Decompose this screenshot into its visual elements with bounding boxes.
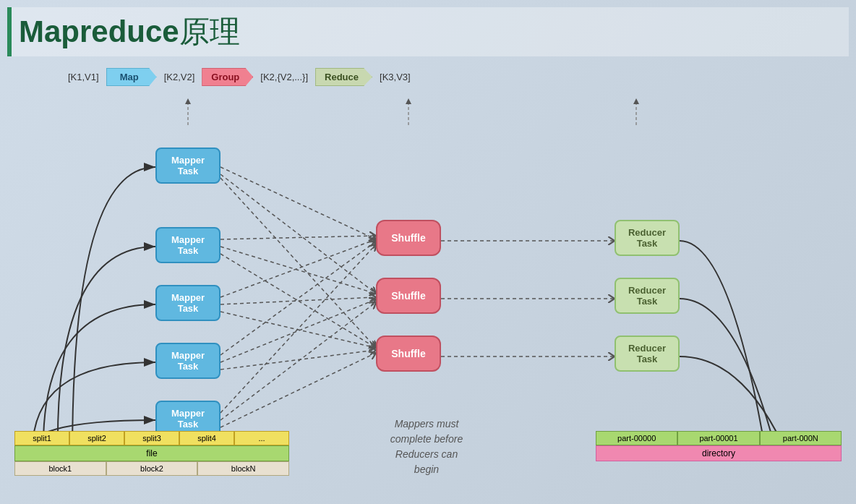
label-k1v1: [K1,V1] bbox=[68, 72, 99, 82]
mapper-task-2: MapperTask bbox=[155, 227, 221, 263]
shuffle3-label: Shuffle bbox=[391, 348, 425, 359]
block2: block2 bbox=[106, 461, 198, 476]
reduce-arrow-up bbox=[633, 98, 639, 104]
m1-s2 bbox=[221, 174, 376, 294]
m4-s2 bbox=[221, 299, 376, 362]
m2-s3 bbox=[221, 254, 376, 348]
reducer-task-1: ReducerTask bbox=[615, 220, 680, 256]
group-arrow-up bbox=[406, 98, 411, 104]
mapper3-label: MapperTask bbox=[171, 292, 205, 314]
m4-s3 bbox=[221, 350, 376, 370]
mapper5-label: MapperTask bbox=[171, 408, 205, 430]
blocks-row: block1 block2 blockN bbox=[14, 461, 289, 476]
spacer bbox=[289, 431, 596, 476]
m5-s2 bbox=[221, 302, 376, 420]
reducer1-label: ReducerTask bbox=[628, 227, 666, 249]
reducer1-to-dir bbox=[680, 241, 766, 456]
split3: split3 bbox=[124, 431, 179, 445]
m1-s1 bbox=[221, 167, 376, 239]
m3-s1 bbox=[221, 239, 376, 297]
shuffle-1: Shuffle bbox=[376, 220, 441, 256]
label-k3v3: [K3,V3] bbox=[380, 72, 411, 82]
m5-s3 bbox=[221, 353, 376, 427]
bottom-section: split1 split2 split3 split4 ... file blo… bbox=[14, 431, 842, 476]
reduce-arrow: Reduce bbox=[315, 68, 372, 86]
part-000n: part-000N bbox=[760, 431, 842, 445]
page-title: Mapreduce原理 bbox=[7, 7, 849, 56]
m3-s3 bbox=[221, 312, 376, 348]
title-chinese: 原理 bbox=[179, 14, 240, 48]
parts-row: part-00000 part-00001 part-000N bbox=[596, 431, 842, 445]
m2-s1 bbox=[221, 236, 376, 239]
mapper1-label: MapperTask bbox=[171, 155, 205, 176]
reducer-task-2: ReducerTask bbox=[615, 278, 680, 314]
part-00000: part-00000 bbox=[596, 431, 677, 445]
split-to-mapper2 bbox=[58, 247, 155, 456]
file-label-row: file bbox=[14, 445, 289, 461]
label-k2v2set: [K2,{V2,...}] bbox=[260, 72, 308, 82]
split1: split1 bbox=[14, 431, 69, 445]
part-00001: part-00001 bbox=[677, 431, 759, 445]
mapper4-label: MapperTask bbox=[171, 350, 205, 372]
mapper2-label: MapperTask bbox=[171, 234, 205, 256]
mapper-task-1: MapperTask bbox=[155, 148, 221, 184]
mapper-task-3: MapperTask bbox=[155, 285, 221, 321]
map-arrow: Map bbox=[106, 68, 157, 86]
title-english: Mapreduce bbox=[19, 14, 179, 48]
reducer2-label: ReducerTask bbox=[628, 285, 666, 307]
split-to-mapper1 bbox=[72, 167, 155, 456]
shuffle-3: Shuffle bbox=[376, 336, 441, 372]
label-k2v2: [K2,V2] bbox=[164, 72, 195, 82]
map-arrow-up bbox=[185, 98, 191, 104]
m2-s2 bbox=[221, 247, 376, 294]
shuffle-2: Shuffle bbox=[376, 278, 441, 314]
splits-row: split1 split2 split3 split4 ... bbox=[14, 431, 289, 445]
block1: block1 bbox=[14, 461, 106, 476]
shuffle2-label: Shuffle bbox=[391, 290, 425, 302]
reducer3-label: ReducerTask bbox=[628, 343, 666, 364]
blockn: blockN bbox=[197, 461, 289, 476]
main-container: Mapreduce原理 bbox=[0, 0, 856, 504]
m3-s2 bbox=[221, 297, 376, 304]
m4-s1 bbox=[221, 242, 376, 355]
m1-s3 bbox=[221, 178, 376, 348]
file-table: split1 split2 split3 split4 ... file blo… bbox=[14, 431, 289, 476]
reducer-task-3: ReducerTask bbox=[615, 336, 680, 372]
split4: split4 bbox=[179, 431, 234, 445]
group-arrow: Group bbox=[202, 68, 253, 86]
diagram-area: [K1,V1] Map [K2,V2] Group [K2,{V2,...}] … bbox=[7, 62, 849, 482]
split2: split2 bbox=[69, 431, 124, 445]
m5-s1 bbox=[221, 244, 376, 413]
mapper-task-4: MapperTask bbox=[155, 343, 221, 379]
header-row: [K1,V1] Map [K2,V2] Group [K2,{V2,...}] … bbox=[65, 68, 414, 86]
shuffle1-label: Shuffle bbox=[391, 232, 425, 244]
split-dots: ... bbox=[234, 431, 289, 445]
directory-label-row: directory bbox=[596, 445, 842, 461]
directory-table: part-00000 part-00001 part-000N director… bbox=[596, 431, 842, 476]
